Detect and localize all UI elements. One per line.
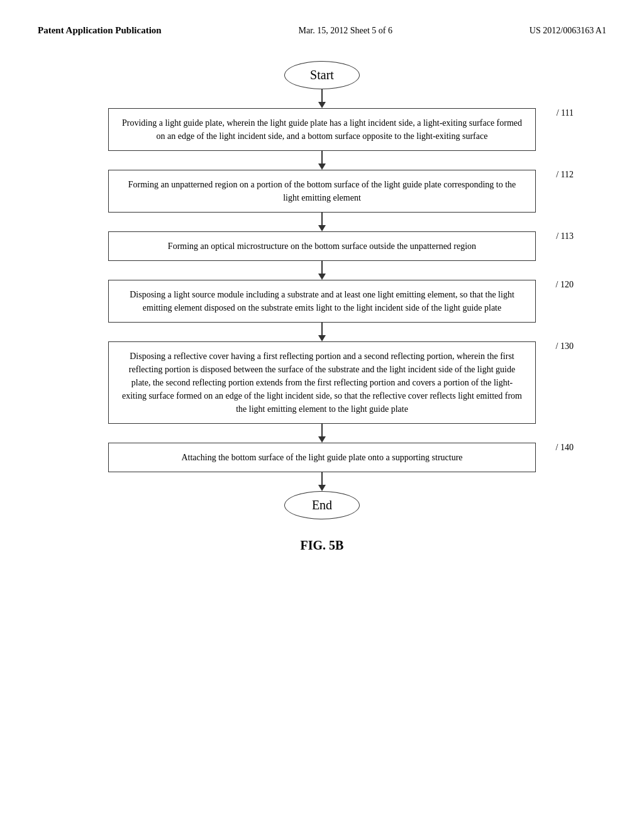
arrow-line [321,424,323,436]
arrow-head [318,485,326,491]
step-box-140: Attaching the bottom surface of the ligh… [108,443,536,472]
header: Patent Application Publication Mar. 15, … [38,25,606,36]
header-patent-number: US 2012/0063163 A1 [530,26,606,36]
step-box-130: Disposing a reflective cover having a fi… [108,341,536,424]
header-date-sheet: Mar. 15, 2012 Sheet 5 of 6 [299,26,392,36]
arrow-3 [318,261,326,280]
step-wrapper-113: Forming an optical microstructure on the… [108,231,536,261]
arrow-4 [318,323,326,341]
step-wrapper-130: Disposing a reflective cover having a fi… [108,341,536,424]
end-label: End [312,498,332,512]
step-wrapper-120: Disposing a light source module includin… [108,280,536,323]
arrow-line [321,323,323,335]
arrow-6 [318,472,326,491]
arrow-5 [318,424,326,443]
step-label-113: / 113 [556,231,574,241]
arrow-line [321,213,323,225]
step-label-130: / 130 [556,341,574,351]
step-box-120: Disposing a light source module includin… [108,280,536,323]
arrow-line [321,151,323,163]
arrow-2 [318,213,326,231]
arrow-head [318,436,326,443]
end-oval: End [284,491,360,519]
step-text-140: Attaching the bottom surface of the ligh… [181,453,462,462]
arrow-1 [318,151,326,170]
step-box-111: Providing a light guide plate, wherein t… [108,108,536,151]
step-box-112: Forming an unpatterned region on a porti… [108,170,536,213]
arrow-head [318,102,326,108]
step-wrapper-140: Attaching the bottom surface of the ligh… [108,443,536,472]
header-publication: Patent Application Publication [38,25,162,36]
step-box-113: Forming an optical microstructure on the… [108,231,536,261]
start-oval: Start [284,61,360,89]
step-label-112: / 112 [556,170,574,180]
step-text-120: Disposing a light source module includin… [130,290,514,313]
step-text-112: Forming an unpatterned region on a porti… [128,180,516,202]
arrow-line [321,261,323,274]
flowchart: Start Providing a light guide plate, whe… [38,61,606,519]
start-label: Start [310,68,334,82]
arrow-head [318,163,326,170]
page: Patent Application Publication Mar. 15, … [0,0,644,830]
step-text-113: Forming an optical microstructure on the… [168,241,476,251]
step-label-120: / 120 [556,280,574,290]
arrow-0 [318,89,326,108]
step-wrapper-111: Providing a light guide plate, wherein t… [108,108,536,151]
arrow-line [321,89,323,102]
arrow-head [318,274,326,280]
step-text-111: Providing a light guide plate, wherein t… [122,118,522,141]
step-text-130: Disposing a reflective cover having a fi… [122,351,522,414]
step-wrapper-112: Forming an unpatterned region on a porti… [108,170,536,213]
arrow-line [321,472,323,485]
step-label-140: / 140 [556,443,574,453]
step-label-111: / 111 [557,108,574,118]
arrow-head [318,225,326,231]
figure-caption: FIG. 5B [38,538,606,553]
arrow-head [318,335,326,341]
